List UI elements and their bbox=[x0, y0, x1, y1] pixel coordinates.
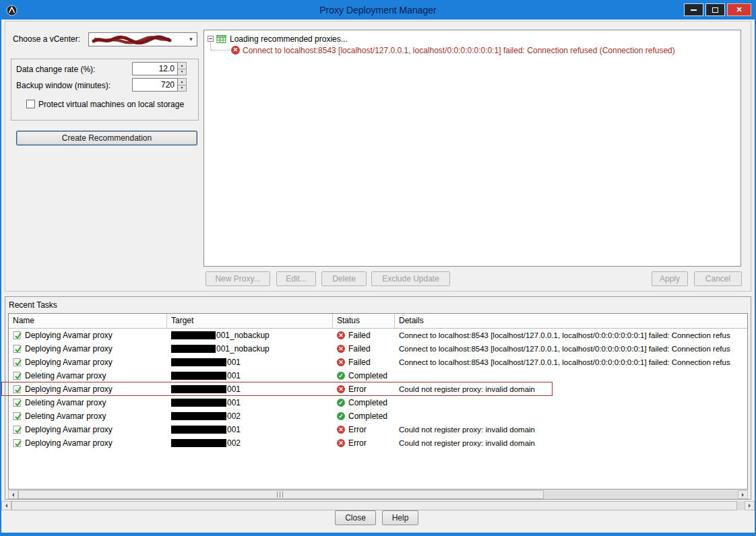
task-target-cell: 001 bbox=[167, 356, 333, 369]
task-status-cell: ✓ Completed bbox=[333, 369, 395, 382]
task-details bbox=[395, 369, 747, 382]
task-name-cell: Deleting Avamar proxy bbox=[9, 396, 167, 409]
status-icon: ✕ bbox=[337, 358, 345, 366]
redaction-bar bbox=[171, 345, 216, 353]
column-header-name[interactable]: Name bbox=[9, 314, 167, 328]
tree-error-label: Connect to localhost:8543 [localhost/127… bbox=[243, 46, 675, 55]
scroll-left-icon[interactable] bbox=[8, 490, 18, 499]
task-target-cell: 001 bbox=[167, 396, 333, 409]
table-row[interactable]: Deploying Avamar proxy 001_nobackup ✕ Fa… bbox=[9, 342, 747, 356]
exclude-update-button[interactable]: Exclude Update bbox=[371, 271, 450, 286]
table-row[interactable]: Deploying Avamar proxy 001 ✕ Failed Conn… bbox=[9, 356, 747, 369]
task-status: Failed bbox=[348, 331, 371, 340]
table-row[interactable]: Deploying Avamar proxy 002 ✕ Error Could… bbox=[9, 436, 747, 450]
task-icon bbox=[13, 438, 22, 448]
task-target-cell: 001 bbox=[167, 423, 333, 436]
task-status-cell: ✕ Failed bbox=[333, 356, 395, 369]
backup-window-input[interactable] bbox=[132, 78, 178, 92]
scrollbar-track[interactable] bbox=[11, 501, 745, 510]
tree-node-error[interactable]: ✕ Connect to localhost:8543 [localhost/1… bbox=[231, 44, 675, 56]
column-header-target[interactable]: Target bbox=[167, 314, 333, 328]
task-status-cell: ✕ Error bbox=[333, 436, 395, 450]
spin-up-icon[interactable]: ▲ bbox=[178, 62, 187, 69]
table-row[interactable]: Deleting Avamar proxy 001 ✓ Completed bbox=[9, 369, 747, 382]
task-details: Could not register proxy: invalid domain bbox=[395, 423, 747, 436]
task-icon bbox=[13, 411, 22, 421]
cancel-button[interactable]: Cancel bbox=[694, 271, 742, 286]
redaction-bar bbox=[171, 439, 226, 447]
scroll-right-icon[interactable] bbox=[738, 490, 748, 499]
spin-up-icon[interactable]: ▲ bbox=[178, 78, 187, 85]
task-icon bbox=[13, 344, 22, 354]
data-change-rate-label: Data change rate (%): bbox=[16, 65, 95, 74]
task-details: Could not register proxy: invalid domain bbox=[395, 382, 747, 396]
tree-node-root[interactable]: Loading recommended proxies... bbox=[208, 33, 348, 44]
table-row[interactable]: Deploying Avamar proxy 001 ✕ Error Could… bbox=[9, 382, 747, 396]
scrollbar-thumb[interactable] bbox=[18, 490, 544, 499]
proxy-deployment-manager-window: Proxy Deployment Manager ✕ Choose a vCen… bbox=[0, 0, 756, 536]
redaction-bar bbox=[171, 331, 216, 339]
table-header: Name Target Status Details bbox=[9, 314, 747, 329]
help-button[interactable]: Help bbox=[382, 510, 418, 525]
error-icon: ✕ bbox=[231, 46, 240, 55]
scrollbar-track[interactable] bbox=[18, 490, 738, 499]
status-icon: ✕ bbox=[337, 439, 345, 447]
spin-down-icon[interactable]: ▼ bbox=[178, 69, 187, 76]
vcenter-combobox[interactable]: ▼ bbox=[88, 32, 197, 46]
table-row[interactable]: Deleting Avamar proxy 002 ✓ Completed bbox=[9, 409, 747, 423]
minimize-button[interactable] bbox=[684, 3, 703, 16]
scroll-right-icon[interactable] bbox=[745, 501, 755, 510]
task-status: Error bbox=[348, 438, 367, 448]
task-details bbox=[395, 409, 747, 423]
maximize-button[interactable] bbox=[705, 3, 725, 16]
task-target-suffix: 002 bbox=[227, 411, 241, 421]
redaction-bar bbox=[171, 426, 226, 434]
task-target-suffix: 001 bbox=[227, 425, 241, 434]
create-recommendation-button[interactable]: Create Recommendation bbox=[16, 131, 197, 145]
spin-down-icon[interactable]: ▼ bbox=[178, 85, 187, 92]
task-status-cell: ✓ Completed bbox=[333, 396, 395, 409]
table-row[interactable]: Deploying Avamar proxy 001_nobackup ✕ Fa… bbox=[9, 329, 747, 342]
close-window-button[interactable]: ✕ bbox=[727, 3, 751, 16]
task-target-suffix: 001_nobackup bbox=[216, 344, 270, 354]
scrollbar-grip-icon bbox=[277, 492, 284, 498]
task-icon bbox=[13, 398, 22, 407]
window-horizontal-scrollbar[interactable] bbox=[1, 501, 755, 510]
table-row[interactable]: Deleting Avamar proxy 001 ✓ Completed bbox=[9, 396, 747, 409]
redaction-bar bbox=[171, 385, 226, 393]
status-icon: ✕ bbox=[337, 426, 345, 434]
task-icon bbox=[13, 331, 22, 340]
task-icon bbox=[13, 358, 22, 367]
titlebar[interactable]: Proxy Deployment Manager ✕ bbox=[1, 1, 755, 20]
scroll-left-icon[interactable] bbox=[1, 501, 11, 510]
collapse-expander-icon[interactable] bbox=[208, 36, 214, 42]
task-status: Completed bbox=[348, 411, 387, 421]
task-name-cell: Deploying Avamar proxy bbox=[9, 382, 167, 396]
chevron-down-icon[interactable]: ▼ bbox=[185, 33, 197, 46]
recent-tasks-panel: Recent Tasks Name Target Status Details … bbox=[5, 296, 751, 500]
table-row[interactable]: Deploying Avamar proxy 001 ✕ Error Could… bbox=[9, 423, 747, 436]
table-horizontal-scrollbar[interactable] bbox=[8, 490, 748, 499]
redaction-bar bbox=[171, 412, 226, 420]
task-status-cell: ✕ Failed bbox=[333, 329, 395, 342]
scrollbar-thumb[interactable] bbox=[11, 501, 737, 510]
data-change-rate-input[interactable] bbox=[132, 62, 178, 75]
task-status-cell: ✕ Error bbox=[333, 423, 395, 436]
task-target-cell: 001_nobackup bbox=[167, 342, 333, 356]
task-status: Completed bbox=[348, 398, 387, 407]
new-proxy-button[interactable]: New Proxy... bbox=[206, 271, 270, 286]
protect-local-storage-label: Protect virtual machines on local storag… bbox=[38, 100, 184, 109]
edit-button[interactable]: Edit... bbox=[276, 271, 316, 286]
vcenter-label: Choose a vCenter: bbox=[13, 34, 80, 44]
delete-button[interactable]: Delete bbox=[321, 271, 367, 286]
column-header-status[interactable]: Status bbox=[333, 314, 395, 328]
protect-local-storage-checkbox[interactable] bbox=[26, 100, 35, 108]
task-status: Failed bbox=[348, 358, 371, 367]
data-change-rate-field: ▲ ▼ bbox=[132, 62, 187, 75]
status-icon: ✓ bbox=[337, 372, 345, 380]
task-name-cell: Deploying Avamar proxy bbox=[9, 329, 167, 342]
apply-button[interactable]: Apply bbox=[652, 271, 688, 286]
close-button[interactable]: Close bbox=[335, 510, 376, 525]
column-header-details[interactable]: Details bbox=[395, 314, 747, 328]
task-name-cell: Deploying Avamar proxy bbox=[9, 423, 167, 436]
